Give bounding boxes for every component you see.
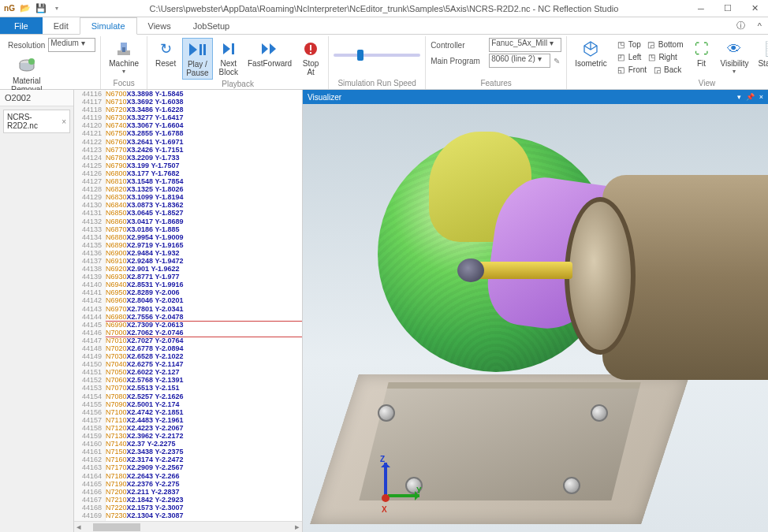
close-file-icon[interactable]: × <box>62 117 66 126</box>
visualizer-titlebar[interactable]: Visualizer ▾ 📌 × <box>303 90 768 104</box>
code-line[interactable]: 44137 N6910 X2.9248 Y-1.9472 <box>74 257 302 265</box>
machine-button[interactable]: Machine ▾ <box>106 38 142 76</box>
fast-forward-button[interactable]: FastForward <box>244 38 295 69</box>
code-line[interactable]: 44136 N6900 X2.9484 Y-1.932 <box>74 249 302 257</box>
machine-icon <box>114 39 133 58</box>
group-sim-speed: Simulation Run Speed <box>329 36 426 89</box>
code-line[interactable]: 44150 N7040 X2.6275 Y-2.1147 <box>74 360 302 368</box>
code-line[interactable]: 44154 N7080 X2.5257 Y-2.1626 <box>74 392 302 400</box>
code-line[interactable]: 44119 N6730 X3.3277 Y-1.6417 <box>74 113 302 121</box>
code-line[interactable]: 44144 N6980 X2.7556 Y-2.0478 <box>74 313 302 321</box>
save-icon[interactable]: 💾 <box>35 2 47 15</box>
close-button[interactable]: ✕ <box>741 0 768 17</box>
tab-views[interactable]: Views <box>137 17 182 34</box>
reset-button[interactable]: ↻ Reset <box>152 38 179 69</box>
code-line[interactable]: 44129 N6830 X3.1099 Y-1.8194 <box>74 193 302 201</box>
code-line[interactable]: 44148 N7020 X2.6778 Y-2.0894 <box>74 344 302 352</box>
main-program-combo[interactable]: 8060 (line 2) ▾ <box>489 54 550 68</box>
view-right-button[interactable]: ◳Right <box>643 50 679 63</box>
view-front-button[interactable]: ◱Front <box>613 63 649 76</box>
file-tab[interactable]: File <box>0 17 43 34</box>
visibility-button[interactable]: 👁 Visibility ▾ <box>718 38 752 76</box>
panel-menu-icon[interactable]: ▾ <box>737 93 741 101</box>
horizontal-scrollbar[interactable]: ◂▸ <box>74 521 302 532</box>
tab-jobsetup[interactable]: JobSetup <box>182 17 240 34</box>
code-line[interactable]: 44159 N7130 X2.3962 Y-2.2172 <box>74 432 302 440</box>
code-line[interactable]: 44162 N7160 X2.3174 Y-2.2472 <box>74 456 302 463</box>
edit-icon[interactable]: ✎ <box>554 57 560 65</box>
code-line[interactable]: 44132 N6860 X3.0417 Y-1.8689 <box>74 218 302 225</box>
code-line[interactable]: 44117 N6710 X3.3692 Y-1.6038 <box>74 98 302 106</box>
code-line[interactable]: 44166 N7200 X2.211 Y-2.2837 <box>74 488 302 496</box>
code-line[interactable]: 44126 N6800 X3.177 Y-1.7682 <box>74 169 302 177</box>
code-line[interactable]: 44164 N7180 X2.2643 Y-2.266 <box>74 472 302 480</box>
code-line[interactable]: 44152 N7060 X2.5768 Y-2.1391 <box>74 376 302 384</box>
code-line[interactable]: 44125 N6790 X3.199 Y-1.7507 <box>74 162 302 169</box>
play-pause-button[interactable]: Play / Pause <box>182 38 212 80</box>
next-block-button[interactable]: Next Block <box>216 38 241 78</box>
view-top-button[interactable]: ◳Top <box>613 38 643 50</box>
code-line[interactable]: 44121 N6750 X3.2855 Y-1.6788 <box>74 129 302 137</box>
code-line[interactable]: 44151 N7050 X2.6022 Y-2.127 <box>74 368 302 376</box>
svg-rect-5 <box>199 44 202 55</box>
code-line[interactable]: 44127 N6810 X3.1548 Y-1.7854 <box>74 177 302 185</box>
visualizer-canvas[interactable]: Z Y X <box>303 104 768 532</box>
code-line[interactable]: 44146 N7000 X2.7062 Y-2.0746 <box>74 329 302 337</box>
statistics-button[interactable]: 📊 Statistics ▾ <box>755 38 768 76</box>
maximize-button[interactable]: ☐ <box>714 0 741 17</box>
open-icon[interactable]: 📂 <box>19 2 32 15</box>
panel-pin-icon[interactable]: 📌 <box>746 93 755 101</box>
code-line[interactable]: 44169 N7230 X2.1304 Y-2.3087 <box>74 512 302 519</box>
speed-slider[interactable] <box>334 54 420 57</box>
code-line[interactable]: 44149 N7030 X2.6528 Y-2.1022 <box>74 352 302 360</box>
fit-button[interactable]: ⛶ Fit <box>689 38 714 69</box>
code-line[interactable]: 44139 N6930 X2.8771 Y-1.977 <box>74 273 302 281</box>
code-line[interactable]: 44155 N7090 X2.5001 Y-2.174 <box>74 400 302 408</box>
code-line[interactable]: 44133 N6870 X3.0186 Y-1.885 <box>74 225 302 233</box>
resolution-combo[interactable]: Medium ▾ <box>48 38 95 52</box>
file-tab-item[interactable]: NCRS-R2D2.nc × <box>3 110 70 133</box>
code-line[interactable]: 44122 N6760 X3.2641 Y-1.6971 <box>74 138 302 146</box>
code-line[interactable]: 44134 N6880 X2.9954 Y-1.9009 <box>74 233 302 241</box>
code-line[interactable]: 44142 N6960 X2.8046 Y-2.0201 <box>74 296 302 304</box>
code-line[interactable]: 44118 N6720 X3.3486 Y-1.6228 <box>74 106 302 113</box>
code-line[interactable]: 44128 N6820 X3.1325 Y-1.8026 <box>74 185 302 193</box>
isometric-button[interactable]: Isometric <box>572 38 610 69</box>
tab-simulate[interactable]: Simulate <box>80 17 137 35</box>
code-line[interactable]: 44140 N6940 X2.8531 Y-1.9916 <box>74 281 302 288</box>
code-line[interactable]: 44124 N6780 X3.2209 Y-1.733 <box>74 154 302 162</box>
view-back-button[interactable]: ◲Back <box>649 63 684 76</box>
stop-at-button[interactable]: Stop At <box>298 38 323 78</box>
code-line[interactable]: 44168 N7220 X2.1573 Y-2.3007 <box>74 504 302 512</box>
view-left-button[interactable]: ◰Left <box>613 50 644 63</box>
code-editor[interactable]: 44116 N6700 X3.3898 Y-1.584544117 N6710 … <box>74 90 303 532</box>
view-bottom-button[interactable]: ◲Bottom <box>643 38 686 50</box>
code-line[interactable]: 44138 N6920 X2.901 Y-1.9622 <box>74 265 302 273</box>
code-line[interactable]: 44135 N6890 X2.9719 Y-1.9165 <box>74 241 302 249</box>
minimize-button[interactable]: ─ <box>688 0 714 17</box>
code-line[interactable]: 44158 N7120 X2.4223 Y-2.2067 <box>74 424 302 432</box>
code-line[interactable]: 44165 N7190 X2.2376 Y-2.275 <box>74 480 302 488</box>
code-line[interactable]: 44157 N7110 X2.4483 Y-2.1961 <box>74 416 302 424</box>
code-line[interactable]: 44131 N6850 X3.0645 Y-1.8527 <box>74 209 302 217</box>
code-line[interactable]: 44130 N6840 X3.0873 Y-1.8362 <box>74 201 302 209</box>
code-line[interactable]: 44141 N6950 X2.8289 Y-2.006 <box>74 288 302 296</box>
code-line[interactable]: 44123 N6770 X3.2426 Y-1.7151 <box>74 146 302 154</box>
panel-close-icon[interactable]: × <box>759 93 763 101</box>
qat-dropdown-icon[interactable]: ▾ <box>50 2 63 15</box>
code-line[interactable]: 44147 N7010 X2.7027 Y-2.0764 <box>74 337 302 344</box>
code-line[interactable]: 44153 N7070 X2.5513 Y-2.151 <box>74 384 302 392</box>
controller-combo[interactable]: Fanuc_5Ax_Mill ▾ <box>489 38 561 52</box>
code-line[interactable]: 44145 N6990 X2.7309 Y-2.0613 <box>74 321 302 329</box>
code-line[interactable]: 44120 N6740 X3.3067 Y-1.6604 <box>74 121 302 129</box>
code-line[interactable]: 44160 N7140 X2.37 Y-2.2275 <box>74 440 302 448</box>
code-line[interactable]: 44156 N7100 X2.4742 Y-2.1851 <box>74 408 302 416</box>
ribbon-help-icon[interactable]: ⓘ <box>730 17 751 34</box>
tab-edit[interactable]: Edit <box>43 17 80 34</box>
code-line[interactable]: 44163 N7170 X2.2909 Y-2.2567 <box>74 463 302 471</box>
code-line[interactable]: 44116 N6700 X3.3898 Y-1.5845 <box>74 90 302 98</box>
code-line[interactable]: 44167 N7210 X2.1842 Y-2.2923 <box>74 496 302 504</box>
code-line[interactable]: 44161 N7150 X2.3438 Y-2.2375 <box>74 448 302 456</box>
ribbon-collapse-icon[interactable]: ^ <box>751 17 768 34</box>
code-line[interactable]: 44143 N6970 X2.7801 Y-2.0341 <box>74 305 302 313</box>
